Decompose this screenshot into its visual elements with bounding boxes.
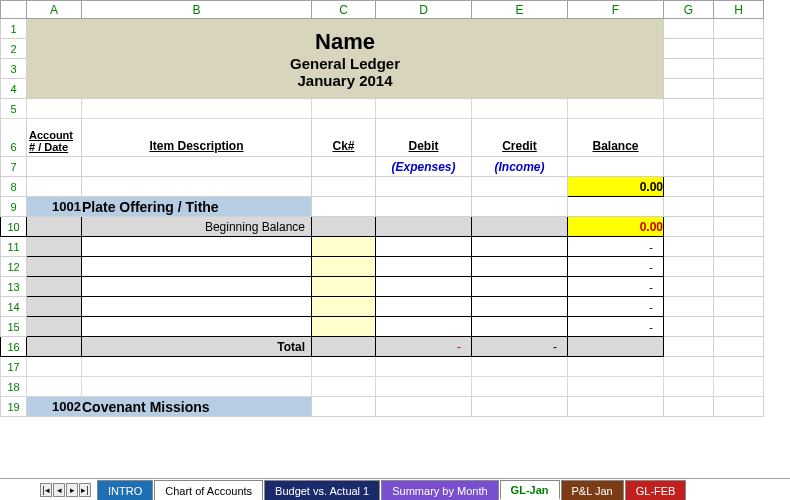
tab-nav-controls: |◂ ◂ ▸ ▸| <box>40 480 91 500</box>
total-label: Total <box>82 337 312 357</box>
title-name: Name <box>27 23 663 55</box>
account-number[interactable]: 1001 <box>27 197 82 217</box>
col-header-F[interactable]: F <box>568 1 664 19</box>
tab-gl-jan[interactable]: GL-Jan <box>500 480 560 500</box>
col-header-D[interactable]: D <box>376 1 472 19</box>
col-header-H[interactable]: H <box>714 1 764 19</box>
hdr-debit-sub: (Expenses) <box>376 157 472 177</box>
tab-pl-jan[interactable]: P&L Jan <box>561 480 624 500</box>
row-header[interactable]: 6 <box>1 119 27 157</box>
row-header[interactable]: 12 <box>1 257 27 277</box>
opening-balance[interactable]: 0.00 <box>568 177 664 197</box>
row-header[interactable]: 14 <box>1 297 27 317</box>
row-header[interactable]: 11 <box>1 237 27 257</box>
beginning-balance-label: Beginning Balance <box>82 217 312 237</box>
col-header-A[interactable]: A <box>27 1 82 19</box>
spreadsheet-grid[interactable]: A B C D E F G H 1 Name General Ledger Ja… <box>0 0 764 417</box>
tab-nav-first-icon[interactable]: |◂ <box>40 483 52 497</box>
hdr-credit: Credit <box>472 119 568 157</box>
row-header[interactable]: 15 <box>1 317 27 337</box>
row-header[interactable]: 7 <box>1 157 27 177</box>
account-name[interactable]: Covenant Missions <box>82 397 312 417</box>
total-credit: - <box>472 337 568 357</box>
col-header-B[interactable]: B <box>82 1 312 19</box>
hdr-balance: Balance <box>568 119 664 157</box>
row-header[interactable]: 9 <box>1 197 27 217</box>
tab-nav-next-icon[interactable]: ▸ <box>66 483 78 497</box>
total-debit: - <box>376 337 472 357</box>
tab-nav-prev-icon[interactable]: ◂ <box>53 483 65 497</box>
col-header-C[interactable]: C <box>312 1 376 19</box>
hdr-credit-sub: (Income) <box>472 157 568 177</box>
row-header[interactable]: 4 <box>1 79 27 99</box>
row-header[interactable]: 8 <box>1 177 27 197</box>
row-header[interactable]: 19 <box>1 397 27 417</box>
tab-intro[interactable]: INTRO <box>97 480 153 500</box>
tab-nav-last-icon[interactable]: ▸| <box>79 483 91 497</box>
col-header-E[interactable]: E <box>472 1 568 19</box>
entry-credit[interactable] <box>472 237 568 257</box>
hdr-ck: Ck# <box>312 119 376 157</box>
row-header[interactable]: 10 <box>1 217 27 237</box>
col-header-G[interactable]: G <box>664 1 714 19</box>
hdr-debit: Debit <box>376 119 472 157</box>
entry-debit[interactable] <box>376 237 472 257</box>
tab-gl-feb[interactable]: GL-FEB <box>625 480 687 500</box>
row-header[interactable]: 16 <box>1 337 27 357</box>
hdr-account: Account # / Date <box>27 119 82 157</box>
account-name[interactable]: Plate Offering / Tithe <box>82 197 312 217</box>
account-number[interactable]: 1002 <box>27 397 82 417</box>
entry-ck[interactable] <box>312 237 376 257</box>
beginning-balance-value[interactable]: 0.00 <box>568 217 664 237</box>
row-header[interactable]: 13 <box>1 277 27 297</box>
entry-balance: - <box>568 237 664 257</box>
row-header[interactable]: 17 <box>1 357 27 377</box>
entry-date[interactable] <box>27 237 82 257</box>
row-header[interactable]: 5 <box>1 99 27 119</box>
sheet-tabs-bar: |◂ ◂ ▸ ▸| INTRO Chart of Accounts Budget… <box>0 478 790 500</box>
row-header[interactable]: 3 <box>1 59 27 79</box>
tab-budget-vs-actual[interactable]: Budget vs. Actual 1 <box>264 480 380 500</box>
title-sub: General Ledger <box>27 55 663 72</box>
hdr-desc: Item Description <box>82 119 312 157</box>
column-header-row[interactable]: A B C D E F G H <box>1 1 764 19</box>
title-month: January 2014 <box>27 72 663 95</box>
row-header[interactable]: 18 <box>1 377 27 397</box>
row-header[interactable]: 1 <box>1 19 27 39</box>
title-block: Name General Ledger January 2014 <box>27 19 664 99</box>
row-header[interactable]: 2 <box>1 39 27 59</box>
tab-summary-by-month[interactable]: Summary by Month <box>381 480 498 500</box>
tab-chart-of-accounts[interactable]: Chart of Accounts <box>154 480 263 500</box>
entry-desc[interactable] <box>82 237 312 257</box>
